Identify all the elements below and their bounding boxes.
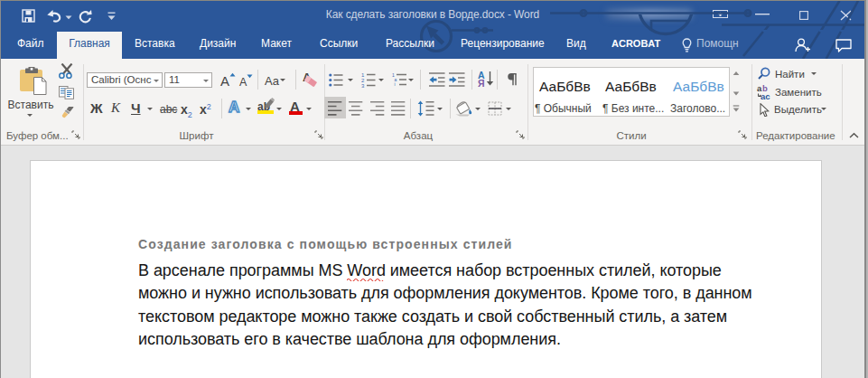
svg-text:i: i xyxy=(395,81,396,87)
svg-text:3: 3 xyxy=(361,83,365,89)
svg-text:ac: ac xyxy=(761,91,770,100)
